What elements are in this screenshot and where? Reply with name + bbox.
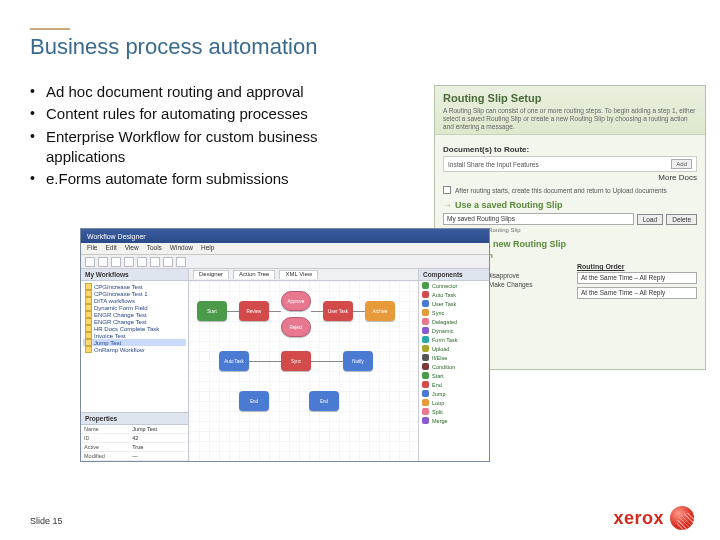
palette-item[interactable]: Auto Task: [419, 290, 489, 299]
palette-item[interactable]: Sync: [419, 308, 489, 317]
folder-icon: [85, 283, 92, 290]
menu-item[interactable]: File: [87, 244, 97, 253]
swatch-icon: [422, 309, 429, 316]
menu-item[interactable]: View: [125, 244, 139, 253]
tree-item[interactable]: ENGR Change Test: [83, 318, 186, 325]
canvas-tab[interactable]: Designer: [193, 270, 229, 279]
tree-item[interactable]: Invoice Test: [83, 332, 186, 339]
palette-item[interactable]: Dynamic: [419, 326, 489, 335]
folder-icon: [85, 318, 92, 325]
slide-title-rule: Business process automation: [30, 28, 70, 60]
tree-item[interactable]: Dynamic Form Field: [83, 304, 186, 311]
palette-item[interactable]: Merge: [419, 416, 489, 425]
palette-item[interactable]: Jump: [419, 389, 489, 398]
node-alt[interactable]: Notify: [343, 351, 373, 371]
palette-item[interactable]: Start: [419, 371, 489, 380]
swatch-icon: [422, 354, 429, 361]
prop-val: True: [129, 443, 188, 451]
bullet-item: Enterprise Workflow for custom business …: [30, 127, 400, 168]
connector: [311, 311, 323, 312]
tree-item[interactable]: Jump Test: [83, 339, 186, 346]
node-review[interactable]: Review: [239, 301, 269, 321]
toolbar-icon[interactable]: [111, 257, 121, 267]
use-saved-heading[interactable]: →Use a saved Routing Slip: [443, 200, 697, 210]
palette-label: Form Task: [432, 337, 458, 343]
tree-label: ENGR Change Test: [94, 312, 147, 318]
canvas-tab[interactable]: Action Tree: [233, 270, 275, 279]
menu-item[interactable]: Window: [170, 244, 193, 253]
designer-left-pane: My Workflows CPGIncrease Test CPGIncreas…: [81, 269, 189, 461]
swatch-icon: [422, 336, 429, 343]
tree-item[interactable]: ENGR Change Test: [83, 311, 186, 318]
more-docs-button[interactable]: More Docs: [658, 173, 697, 182]
toolbar-icon[interactable]: [150, 257, 160, 267]
saved-slip-select[interactable]: My saved Routing Slips: [443, 213, 634, 225]
property-row: ActiveTrue: [81, 443, 188, 452]
tree-label: CPGIncrease Test: [94, 284, 143, 290]
designer-palette: Components Connector Auto Task User Task…: [419, 269, 489, 461]
palette-label: End: [432, 382, 442, 388]
delete-button[interactable]: Delete: [666, 214, 697, 225]
node-archive[interactable]: Archive: [365, 301, 395, 321]
node-end[interactable]: End: [239, 391, 269, 411]
swatch-icon: [422, 390, 429, 397]
node-sync[interactable]: Sync: [281, 351, 311, 371]
prop-key: ID: [81, 434, 129, 442]
slide: Business process automation Ad hoc docum…: [0, 0, 720, 540]
prop-key: Modified: [81, 452, 129, 460]
palette-item[interactable]: Connector: [419, 281, 489, 290]
arrow-icon: →: [443, 200, 452, 210]
node-approve[interactable]: Approve: [281, 291, 311, 311]
order-column: Routing Order At the Same Time – All Rep…: [577, 263, 697, 302]
palette-label: Auto Task: [432, 292, 456, 298]
property-row: ID42: [81, 434, 188, 443]
palette-item[interactable]: Delegated: [419, 317, 489, 326]
palette-item[interactable]: Upload: [419, 344, 489, 353]
xerox-logo: xerox: [613, 506, 694, 530]
tree-item[interactable]: CPGIncrease Test 1: [83, 290, 186, 297]
node-end[interactable]: End: [309, 391, 339, 411]
toolbar-icon[interactable]: [137, 257, 147, 267]
menu-item[interactable]: Help: [201, 244, 214, 253]
canvas-tab[interactable]: XML View: [279, 270, 318, 279]
palette-item[interactable]: If/Else: [419, 353, 489, 362]
menu-item[interactable]: Edit: [105, 244, 116, 253]
tree-item[interactable]: OnRamp Workflow: [83, 346, 186, 353]
order-select-2[interactable]: At the Same Time – All Reply: [577, 287, 697, 299]
toolbar-icon[interactable]: [163, 257, 173, 267]
tree-item[interactable]: HR Docs Complete Task: [83, 325, 186, 332]
palette-label: Connector: [432, 283, 457, 289]
order-select-1[interactable]: At the Same Time – All Reply: [577, 272, 697, 284]
checkbox[interactable]: [443, 186, 451, 194]
folder-icon: [85, 332, 92, 339]
prop-val: —: [129, 452, 188, 460]
tree-item[interactable]: DITA workflows: [83, 297, 186, 304]
palette-item[interactable]: User Task: [419, 299, 489, 308]
tree-label: CPGIncrease Test 1: [94, 291, 148, 297]
palette-item[interactable]: Condition: [419, 362, 489, 371]
load-button[interactable]: Load: [637, 214, 663, 225]
toolbar-icon[interactable]: [85, 257, 95, 267]
menu-item[interactable]: Tools: [147, 244, 162, 253]
palette-item[interactable]: Split: [419, 407, 489, 416]
palette-item[interactable]: Loop: [419, 398, 489, 407]
property-row: NameJump Test: [81, 425, 188, 434]
prop-key: Name: [81, 425, 129, 433]
toolbar-icon[interactable]: [98, 257, 108, 267]
swatch-icon: [422, 327, 429, 334]
node-task2[interactable]: Auto Task: [219, 351, 249, 371]
node-reject[interactable]: Reject: [281, 317, 311, 337]
node-start[interactable]: Start: [197, 301, 227, 321]
workflow-designer-window: Workflow Designer File Edit View Tools W…: [80, 228, 490, 462]
palette-item[interactable]: Form Task: [419, 335, 489, 344]
workflow-canvas[interactable]: Start Review Approve Reject User Task Ar…: [189, 281, 418, 461]
folder-icon: [85, 297, 92, 304]
palette-item[interactable]: End: [419, 380, 489, 389]
node-task1[interactable]: User Task: [323, 301, 353, 321]
toolbar-icon[interactable]: [124, 257, 134, 267]
bullet-item: Content rules for automating processes: [30, 104, 400, 124]
toolbar-icon[interactable]: [176, 257, 186, 267]
tree-label: Invoice Test: [94, 333, 126, 339]
add-button[interactable]: Add: [671, 159, 692, 169]
tree-item[interactable]: CPGIncrease Test: [83, 283, 186, 290]
